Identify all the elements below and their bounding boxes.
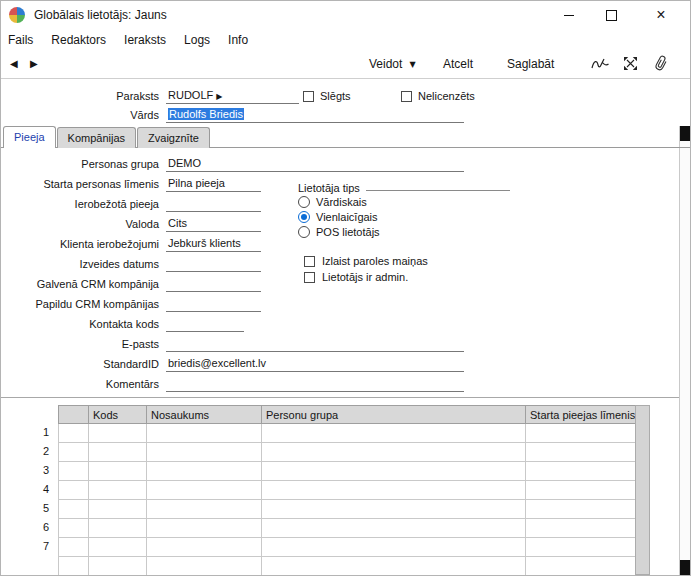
signature-icon[interactable] xyxy=(591,50,610,77)
grid-cell[interactable] xyxy=(147,538,262,557)
table-row xyxy=(59,481,636,500)
grid-cell[interactable] xyxy=(526,538,636,557)
radio-pos-lietotajs-row[interactable]: POS lietotājs xyxy=(298,224,510,239)
grid-cell[interactable] xyxy=(59,519,89,538)
papildu-crm-input[interactable] xyxy=(166,296,261,312)
create-button[interactable]: Veidot ▼ xyxy=(369,50,416,77)
grid-cell[interactable] xyxy=(262,557,526,576)
personas-grupa-input[interactable]: DEMO xyxy=(166,156,464,172)
flag-label: Lietotājs ir admin. xyxy=(322,271,408,283)
paperclip-icon[interactable] xyxy=(655,50,667,77)
field-label: Galvenā CRM kompānija xyxy=(1,277,166,292)
menu-item-ieraksts[interactable]: Ieraksts xyxy=(115,33,175,47)
radio-pos-lietotajs[interactable] xyxy=(298,226,310,238)
grid-cell[interactable] xyxy=(147,557,262,576)
grid-cell[interactable] xyxy=(526,557,636,576)
grid-cell[interactable] xyxy=(59,443,89,462)
grid-cell[interactable] xyxy=(526,519,636,538)
grid-cell[interactable] xyxy=(526,500,636,519)
row-number: 2 xyxy=(1,442,58,461)
expand-icon[interactable] xyxy=(623,50,638,77)
grid-cell[interactable] xyxy=(262,519,526,538)
maximize-button[interactable] xyxy=(596,1,626,29)
cancel-button[interactable]: Atcelt xyxy=(443,50,473,77)
grid-cell[interactable] xyxy=(147,424,262,443)
table-scrollbar[interactable] xyxy=(635,405,650,575)
window-scrollbar[interactable] xyxy=(679,126,690,575)
grid-cell[interactable] xyxy=(59,538,89,557)
unlicensed-checkbox[interactable] xyxy=(401,91,412,102)
menu-item-redaktors[interactable]: Redaktors xyxy=(42,33,115,47)
field-label: Komentārs xyxy=(1,377,166,392)
standardid-input[interactable]: briedis@excellent.lv xyxy=(166,356,464,372)
skip-password-change-checkbox[interactable] xyxy=(304,256,315,267)
save-button[interactable]: Saglabāt xyxy=(507,50,554,77)
nav-forward-button[interactable]: ▶ xyxy=(30,50,38,77)
grid-cell[interactable] xyxy=(89,443,147,462)
user-is-admin-checkbox[interactable] xyxy=(304,272,315,283)
signature-input[interactable]: RUDOLF▶ xyxy=(166,88,299,104)
grid-cell[interactable] xyxy=(89,462,147,481)
grid-cell[interactable] xyxy=(526,443,636,462)
menu-item-logs[interactable]: Logs xyxy=(175,33,219,47)
grid-cell[interactable] xyxy=(147,462,262,481)
grid-cell[interactable] xyxy=(262,481,526,500)
grid-cell[interactable] xyxy=(59,424,89,443)
izveides-datums-input[interactable] xyxy=(166,256,261,272)
grid-cell[interactable] xyxy=(147,443,262,462)
radio-vienlaicigais-row[interactable]: Vienlaicīgais xyxy=(298,209,510,224)
tab-zvaigznite[interactable]: Zvaigznīte xyxy=(137,127,210,148)
grid-cell[interactable] xyxy=(147,481,262,500)
grid-cell[interactable] xyxy=(262,462,526,481)
minimize-button[interactable] xyxy=(554,1,584,29)
unlicensed-checkbox-row[interactable]: Nelicenzēts xyxy=(401,89,475,103)
grid-cell[interactable] xyxy=(89,538,147,557)
field-label: Klienta ierobežojumi xyxy=(1,237,166,252)
ierobezota-pieeja-input[interactable] xyxy=(166,196,261,212)
grid-cell[interactable] xyxy=(59,481,89,500)
scrollbar-top-block[interactable] xyxy=(680,126,690,141)
table-row xyxy=(59,424,636,443)
grid-cell[interactable] xyxy=(89,557,147,576)
user-is-admin-row[interactable]: Lietotājs ir admin. xyxy=(304,269,428,285)
galvena-crm-input[interactable] xyxy=(166,276,261,292)
grid-cell[interactable] xyxy=(59,500,89,519)
closed-checkbox[interactable] xyxy=(303,91,314,102)
grid-cell[interactable] xyxy=(147,500,262,519)
grid-cell[interactable] xyxy=(59,557,89,576)
skip-password-change-row[interactable]: Izlaist paroles maiņas xyxy=(304,253,428,269)
komentars-input[interactable] xyxy=(166,376,464,392)
kontakta-kods-input[interactable] xyxy=(166,316,244,332)
closed-checkbox-row[interactable]: Slēgts xyxy=(303,89,351,103)
grid-cell[interactable] xyxy=(59,462,89,481)
radio-vardiskais[interactable] xyxy=(298,196,310,208)
grid-cell[interactable] xyxy=(526,424,636,443)
grid-cell[interactable] xyxy=(89,424,147,443)
grid-cell[interactable] xyxy=(89,519,147,538)
grid-cell[interactable] xyxy=(262,443,526,462)
grid-cell[interactable] xyxy=(526,462,636,481)
nav-back-button[interactable]: ◀ xyxy=(10,50,18,77)
tab-kompanijas[interactable]: Kompānijas xyxy=(57,127,136,148)
grid-cell[interactable] xyxy=(526,481,636,500)
grid-cell[interactable] xyxy=(147,519,262,538)
paste-special-icon[interactable]: ▶ xyxy=(216,92,222,101)
menu-item-info[interactable]: Info xyxy=(219,33,257,47)
valoda-input[interactable]: Cits xyxy=(166,216,261,232)
close-button[interactable]: × xyxy=(646,1,676,29)
klienta-ierobezojumi-input[interactable]: Jebkurš klients xyxy=(166,236,261,252)
grid-cell[interactable] xyxy=(262,538,526,557)
grid-cell[interactable] xyxy=(262,500,526,519)
radio-vienlaicigais[interactable] xyxy=(298,211,310,223)
epasts-input[interactable] xyxy=(166,336,464,352)
grid-cell[interactable] xyxy=(89,500,147,519)
starta-limenis-input[interactable]: Pilna pieeja xyxy=(166,176,261,192)
user-type-group: Lietotāja tips Vārdiskais Vienlaicīgais … xyxy=(298,178,510,239)
scrollbar-bottom-block[interactable] xyxy=(680,560,690,575)
tab-pieeja[interactable]: Pieeja xyxy=(3,126,56,148)
name-input[interactable]: Rudolfs Briedis xyxy=(166,107,464,123)
menu-item-fails[interactable]: Fails xyxy=(1,33,42,47)
grid-cell[interactable] xyxy=(89,481,147,500)
grid-cell[interactable] xyxy=(262,424,526,443)
radio-vardiskais-row[interactable]: Vārdiskais xyxy=(298,194,510,209)
